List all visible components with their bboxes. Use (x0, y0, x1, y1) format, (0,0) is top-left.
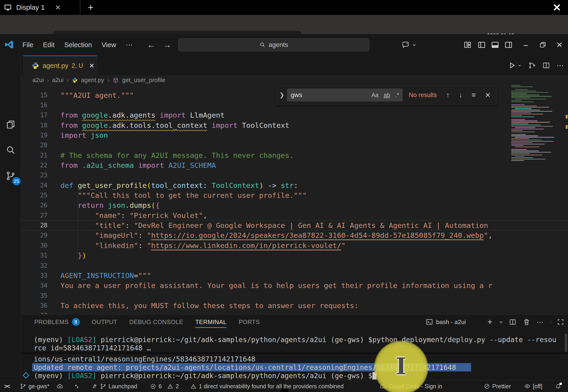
regex-toggle[interactable]: .* (395, 92, 399, 98)
terminal-output[interactable]: (myenv) [LOAS2] pierrick@pierrick:~/git/… (21, 335, 568, 380)
panel-more-actions-icon[interactable]: ⋯ (537, 315, 543, 329)
menu-view[interactable]: View (97, 41, 121, 49)
code-line-31[interactable]: 31 }) (21, 251, 568, 261)
breadcrumb-item[interactable]: get_user_profile (122, 76, 165, 84)
run-button[interactable] (508, 61, 522, 70)
code-line-18[interactable]: 18from google.adk.tools.tool_context imp… (21, 120, 568, 130)
code-line-19[interactable]: 19import json (21, 130, 568, 140)
terminal-dropdown-icon[interactable] (498, 315, 504, 329)
display-tab[interactable]: Display 1 ✕ (4, 1, 61, 14)
terminal-scrollbar[interactable] (565, 334, 567, 352)
new-terminal-button[interactable]: + (487, 315, 492, 329)
code-line-25[interactable]: 25 """Call this tool to get the current … (21, 190, 568, 200)
code-line-34[interactable]: 34You are a user profile assistant. Your… (21, 280, 568, 291)
status-cloud-up[interactable] (57, 380, 63, 392)
close-display-tab-icon[interactable]: ✕ (55, 3, 61, 12)
status-2[interactable]: 2 (167, 380, 179, 392)
more-actions-icon[interactable]: ⋯ (556, 61, 564, 70)
search-view-icon[interactable] (5, 145, 16, 155)
terminal-line[interactable]: ions/us-central1/reasoningEngines/583463… (21, 355, 568, 363)
menu-overflow-icon[interactable]: ⋯ (121, 41, 137, 49)
source-control-icon[interactable]: 25 (5, 170, 16, 181)
command-decoration-icon[interactable] (23, 372, 29, 378)
find-input[interactable]: gws Aa ab .* (287, 88, 403, 101)
code-line-36[interactable]: 36To achieve this, you MUST follow these… (21, 300, 568, 310)
status-bell[interactable] (555, 380, 561, 392)
terminal-line-selected[interactable]: Updated remote agent: projects/a2ui-agen… (21, 363, 568, 371)
close-window-button[interactable]: ✕ (554, 34, 565, 56)
find-expand-icon[interactable]: ❯ (277, 92, 287, 99)
status-off[interactable]: [off] (524, 380, 542, 392)
code-line-30[interactable]: 30 "linkedin": "https://www.linkedin.com… (21, 240, 568, 250)
new-display-button[interactable]: + (85, 1, 97, 14)
status-rocket[interactable] (91, 380, 97, 392)
panel-tab-debug-console[interactable]: DEBUG CONSOLE (129, 315, 183, 329)
match-case-toggle[interactable]: Aa (372, 92, 379, 98)
kill-terminal-icon[interactable] (523, 315, 531, 329)
terminal-line[interactable]: rce id=5834638717142171648 … (21, 344, 568, 352)
split-editor-icon[interactable] (542, 61, 550, 70)
restore-button[interactable] (537, 34, 549, 56)
breadcrumb-item[interactable]: a2ui (52, 76, 63, 84)
code-line-37[interactable]: 37 (21, 311, 568, 314)
minimap[interactable] (510, 85, 565, 163)
code-line-22[interactable]: 22from .a2ui_schema import A2UI_SCHEMA (21, 160, 568, 170)
code-line-17[interactable]: 17from google.adk.agents import LlmAgent (21, 110, 568, 120)
find-in-selection-icon[interactable]: ≡ (472, 91, 476, 99)
code-line-23[interactable]: 23 (21, 170, 568, 180)
code-line-35[interactable]: 35 (21, 291, 568, 300)
find-next-icon[interactable]: ↓ (459, 91, 463, 99)
menu-file[interactable]: File (18, 41, 38, 49)
maximize-panel-icon[interactable] (557, 315, 564, 329)
explorer-icon[interactable] (5, 119, 16, 130)
breadcrumb-item[interactable]: agent.py (81, 76, 104, 84)
code-line-28[interactable]: 28 "title": "DevRel Engineer @ Google Wo… (21, 220, 568, 230)
terminal-instance[interactable]: bash - a2ui (425, 315, 466, 329)
code-editor[interactable]: 15"""A2UI agent."""1617from google.adk.a… (21, 85, 568, 314)
toggle-panel-icon[interactable] (489, 34, 501, 56)
panel-tab-ports[interactable]: PORTS (239, 315, 260, 329)
status-sync[interactable] (74, 380, 80, 392)
status-prettier[interactable]: Prettier (484, 380, 511, 392)
tab-close-icon[interactable]: ✕ (89, 62, 94, 70)
breadcrumb-item[interactable]: a2ui (32, 76, 44, 84)
panel-tab-output[interactable]: OUTPUT (92, 315, 117, 329)
status-gegws[interactable]: ge-gws* (20, 380, 49, 392)
code-line-29[interactable]: 29 "imageUrl": "https://io.google/2024/s… (21, 230, 568, 240)
code-line-26[interactable]: 26 return json.dumps({ (21, 200, 568, 210)
panel-tab-terminal[interactable]: TERMINAL (195, 315, 227, 329)
panel-tab-problems[interactable]: PROBLEMS8 (34, 315, 80, 329)
find-previous-icon[interactable]: ↑ (446, 91, 450, 99)
whole-word-toggle[interactable]: ab (384, 92, 390, 98)
command-center-search[interactable]: agents (178, 38, 369, 51)
python-icon (72, 77, 78, 83)
menu-selection[interactable]: Selection (60, 41, 97, 49)
menu-edit[interactable]: Edit (38, 41, 60, 49)
nav-back-icon[interactable]: ← (147, 40, 155, 50)
code-token: # The schema for any A2UI message. This … (60, 151, 294, 159)
status-1[interactable]: 1 direct vulnerability found for all the… (190, 380, 344, 392)
code-line-32[interactable]: 32 (21, 261, 568, 270)
status-launchpad[interactable]: Launchpad (100, 380, 137, 392)
tab-agent-py[interactable]: agent.py 2, U ✕ (23, 56, 97, 75)
copilot-chat-button[interactable] (400, 34, 419, 56)
terminal-line[interactable]: (myenv) [LOAS2] pierrick@pierrick:~/git/… (21, 335, 568, 344)
nav-forward-icon[interactable]: → (163, 40, 172, 50)
status-6[interactable]: 6 (150, 380, 162, 392)
customize-layout-icon[interactable] (462, 34, 473, 56)
terminal-line[interactable]: (myenv) [LOAS2] pierrick@pierrick:~/git/… (21, 371, 568, 380)
minimize-button[interactable] (520, 34, 532, 56)
code-line-20[interactable]: 20 (21, 140, 568, 150)
code-line-24[interactable]: 24def get_user_profile(tool_context: Too… (21, 180, 568, 190)
code-line-21[interactable]: 21# The schema for any A2UI message. Thi… (21, 150, 568, 160)
find-close-icon[interactable]: ✕ (485, 91, 491, 99)
code-text: You are a user profile assistant. Your g… (60, 281, 492, 290)
toggle-secondary-sidebar-icon[interactable] (503, 34, 514, 56)
split-terminal-icon[interactable] (509, 315, 517, 329)
code-line-27[interactable]: 27 "name": "Pierrick Voulet", (21, 210, 568, 220)
status-remote[interactable]: >< (4, 380, 9, 392)
toggle-sidebar-icon[interactable] (476, 34, 487, 56)
git-graph-icon[interactable] (528, 61, 536, 69)
viewer-close-button[interactable]: ✕ (550, 0, 564, 14)
code-line-33[interactable]: 33AGENT_INSTRUCTION=""" (21, 270, 568, 280)
